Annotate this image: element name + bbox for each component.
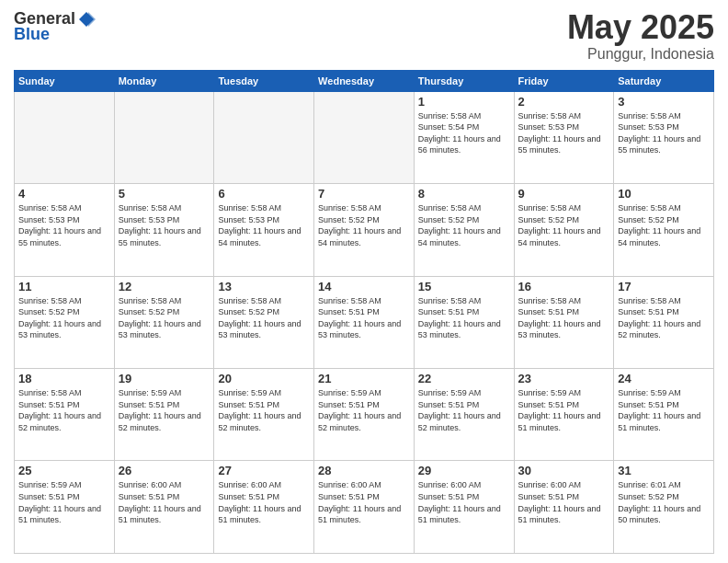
day-cell <box>314 91 415 183</box>
day-number: 8 <box>418 187 510 201</box>
day-info: Sunrise: 5:58 AM Sunset: 5:54 PM Dayligh… <box>418 110 510 156</box>
day-number: 27 <box>218 464 310 477</box>
day-info: Sunrise: 6:00 AM Sunset: 5:51 PM Dayligh… <box>119 479 210 525</box>
day-number: 26 <box>119 464 210 477</box>
day-info: Sunrise: 5:58 AM Sunset: 5:52 PM Dayligh… <box>618 202 710 248</box>
day-cell: 9Sunrise: 5:58 AM Sunset: 5:52 PM Daylig… <box>514 184 614 276</box>
day-info: Sunrise: 5:58 AM Sunset: 5:52 PM Dayligh… <box>518 202 610 248</box>
day-number: 16 <box>518 280 610 293</box>
day-number: 9 <box>518 187 610 201</box>
day-number: 5 <box>119 187 210 201</box>
day-cell: 2Sunrise: 5:58 AM Sunset: 5:53 PM Daylig… <box>514 91 614 183</box>
day-number: 17 <box>618 280 710 293</box>
week-row-1: 1Sunrise: 5:58 AM Sunset: 5:54 PM Daylig… <box>15 91 714 183</box>
month-title: May 2025 <box>567 9 714 46</box>
week-row-5: 25Sunrise: 5:59 AM Sunset: 5:51 PM Dayli… <box>15 461 714 554</box>
day-info: Sunrise: 5:58 AM Sunset: 5:51 PM Dayligh… <box>318 295 410 341</box>
title-block: May 2025 Punggur, Indonesia <box>567 9 714 63</box>
day-number: 24 <box>618 372 710 385</box>
day-cell: 5Sunrise: 5:58 AM Sunset: 5:53 PM Daylig… <box>114 184 214 276</box>
day-info: Sunrise: 5:59 AM Sunset: 5:51 PM Dayligh… <box>218 387 310 433</box>
day-info: Sunrise: 6:00 AM Sunset: 5:51 PM Dayligh… <box>218 479 310 525</box>
day-cell: 8Sunrise: 5:58 AM Sunset: 5:52 PM Daylig… <box>414 184 514 276</box>
day-info: Sunrise: 5:59 AM Sunset: 5:51 PM Dayligh… <box>418 387 510 433</box>
day-info: Sunrise: 6:01 AM Sunset: 5:52 PM Dayligh… <box>618 479 710 525</box>
day-number: 22 <box>418 372 510 385</box>
weekday-sunday: Sunday <box>15 70 115 91</box>
day-info: Sunrise: 5:58 AM Sunset: 5:53 PM Dayligh… <box>618 110 710 156</box>
day-cell: 19Sunrise: 5:59 AM Sunset: 5:51 PM Dayli… <box>114 369 214 461</box>
day-cell: 21Sunrise: 5:59 AM Sunset: 5:51 PM Dayli… <box>314 369 415 461</box>
day-info: Sunrise: 5:58 AM Sunset: 5:53 PM Dayligh… <box>119 202 210 248</box>
day-cell: 31Sunrise: 6:01 AM Sunset: 5:52 PM Dayli… <box>614 461 714 554</box>
day-info: Sunrise: 5:58 AM Sunset: 5:53 PM Dayligh… <box>218 202 310 248</box>
day-info: Sunrise: 6:00 AM Sunset: 5:51 PM Dayligh… <box>318 479 410 525</box>
weekday-saturday: Saturday <box>614 70 714 91</box>
day-cell: 13Sunrise: 5:58 AM Sunset: 5:52 PM Dayli… <box>214 276 314 368</box>
day-number: 30 <box>518 464 610 477</box>
page: General Blue May 2025 Punggur, Indonesia… <box>0 0 728 563</box>
day-number: 20 <box>218 372 310 385</box>
day-cell: 28Sunrise: 6:00 AM Sunset: 5:51 PM Dayli… <box>314 461 415 554</box>
day-info: Sunrise: 5:58 AM Sunset: 5:52 PM Dayligh… <box>18 295 110 341</box>
weekday-monday: Monday <box>114 70 214 91</box>
day-info: Sunrise: 5:59 AM Sunset: 5:51 PM Dayligh… <box>618 387 710 433</box>
day-cell: 22Sunrise: 5:59 AM Sunset: 5:51 PM Dayli… <box>414 369 514 461</box>
day-info: Sunrise: 5:58 AM Sunset: 5:51 PM Dayligh… <box>18 387 110 433</box>
weekday-wednesday: Wednesday <box>314 70 415 91</box>
day-cell: 26Sunrise: 6:00 AM Sunset: 5:51 PM Dayli… <box>114 461 214 554</box>
day-number: 31 <box>618 464 710 477</box>
week-row-4: 18Sunrise: 5:58 AM Sunset: 5:51 PM Dayli… <box>15 369 714 461</box>
day-cell <box>15 91 115 183</box>
day-number: 6 <box>218 187 310 201</box>
day-cell: 29Sunrise: 6:00 AM Sunset: 5:51 PM Dayli… <box>414 461 514 554</box>
day-cell: 11Sunrise: 5:58 AM Sunset: 5:52 PM Dayli… <box>15 276 115 368</box>
day-info: Sunrise: 5:59 AM Sunset: 5:51 PM Dayligh… <box>318 387 410 433</box>
day-cell: 4Sunrise: 5:58 AM Sunset: 5:53 PM Daylig… <box>15 184 115 276</box>
day-cell: 14Sunrise: 5:58 AM Sunset: 5:51 PM Dayli… <box>314 276 415 368</box>
day-info: Sunrise: 6:00 AM Sunset: 5:51 PM Dayligh… <box>418 479 510 525</box>
day-number: 28 <box>318 464 410 477</box>
day-cell: 27Sunrise: 6:00 AM Sunset: 5:51 PM Dayli… <box>214 461 314 554</box>
day-number: 1 <box>418 95 510 109</box>
day-cell: 25Sunrise: 5:59 AM Sunset: 5:51 PM Dayli… <box>15 461 115 554</box>
calendar-table: SundayMondayTuesdayWednesdayThursdayFrid… <box>14 70 714 554</box>
logo-icon <box>77 10 96 29</box>
day-cell: 18Sunrise: 5:58 AM Sunset: 5:51 PM Dayli… <box>15 369 115 461</box>
day-number: 12 <box>119 280 210 293</box>
weekday-tuesday: Tuesday <box>214 70 314 91</box>
day-info: Sunrise: 5:59 AM Sunset: 5:51 PM Dayligh… <box>518 387 610 433</box>
day-cell: 12Sunrise: 5:58 AM Sunset: 5:52 PM Dayli… <box>114 276 214 368</box>
day-number: 25 <box>18 464 110 477</box>
day-cell: 3Sunrise: 5:58 AM Sunset: 5:53 PM Daylig… <box>614 91 714 183</box>
day-number: 19 <box>119 372 210 385</box>
day-info: Sunrise: 5:58 AM Sunset: 5:51 PM Dayligh… <box>418 295 510 341</box>
day-info: Sunrise: 5:58 AM Sunset: 5:52 PM Dayligh… <box>119 295 210 341</box>
day-number: 21 <box>318 372 410 385</box>
day-number: 15 <box>418 280 510 293</box>
day-info: Sunrise: 5:58 AM Sunset: 5:52 PM Dayligh… <box>418 202 510 248</box>
weekday-friday: Friday <box>514 70 614 91</box>
weekday-thursday: Thursday <box>414 70 514 91</box>
day-info: Sunrise: 5:58 AM Sunset: 5:53 PM Dayligh… <box>518 110 610 156</box>
day-info: Sunrise: 5:58 AM Sunset: 5:53 PM Dayligh… <box>18 202 110 248</box>
logo-blue-text: Blue <box>14 25 50 44</box>
day-cell <box>114 91 214 183</box>
day-number: 23 <box>518 372 610 385</box>
day-number: 29 <box>418 464 510 477</box>
day-cell: 16Sunrise: 5:58 AM Sunset: 5:51 PM Dayli… <box>514 276 614 368</box>
day-info: Sunrise: 5:58 AM Sunset: 5:52 PM Dayligh… <box>218 295 310 341</box>
location-title: Punggur, Indonesia <box>567 46 714 63</box>
week-row-2: 4Sunrise: 5:58 AM Sunset: 5:53 PM Daylig… <box>15 184 714 276</box>
day-cell: 30Sunrise: 6:00 AM Sunset: 5:51 PM Dayli… <box>514 461 614 554</box>
day-cell: 7Sunrise: 5:58 AM Sunset: 5:52 PM Daylig… <box>314 184 415 276</box>
day-cell: 6Sunrise: 5:58 AM Sunset: 5:53 PM Daylig… <box>214 184 314 276</box>
day-number: 4 <box>18 187 110 201</box>
day-number: 11 <box>18 280 110 293</box>
day-info: Sunrise: 5:59 AM Sunset: 5:51 PM Dayligh… <box>119 387 210 433</box>
day-number: 18 <box>18 372 110 385</box>
day-info: Sunrise: 5:58 AM Sunset: 5:51 PM Dayligh… <box>518 295 610 341</box>
day-cell: 23Sunrise: 5:59 AM Sunset: 5:51 PM Dayli… <box>514 369 614 461</box>
day-cell <box>214 91 314 183</box>
weekday-header-row: SundayMondayTuesdayWednesdayThursdayFrid… <box>15 70 714 91</box>
